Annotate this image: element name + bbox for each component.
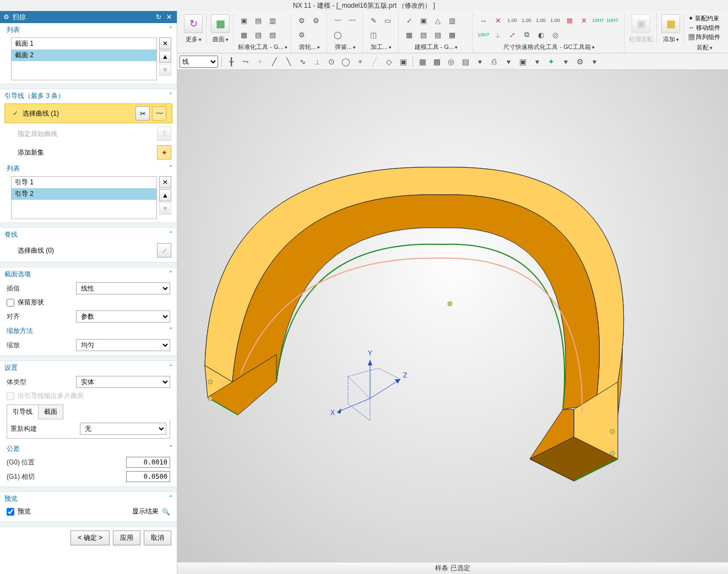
- dim-tool-icon[interactable]: ⤢: [506, 29, 518, 41]
- view-tool-icon[interactable]: ◎: [445, 56, 457, 68]
- dim-tool-icon[interactable]: 1.00: [549, 14, 561, 26]
- view-tool-icon[interactable]: ▦: [416, 56, 428, 68]
- tool-icon[interactable]: ▧: [252, 29, 264, 41]
- view-tool-icon[interactable]: ▾: [588, 56, 600, 68]
- dim-tool-icon[interactable]: 1.00: [520, 14, 533, 26]
- mach-tool-icon[interactable]: ◫: [367, 29, 379, 41]
- tool-icon[interactable]: ▨: [267, 29, 279, 41]
- dim-tool-icon[interactable]: 10H7: [592, 14, 604, 26]
- ok-button[interactable]: < 确定 >: [70, 531, 110, 545]
- tool-icon[interactable]: ▦: [238, 29, 250, 41]
- apply-button[interactable]: 应用: [113, 531, 140, 545]
- align-select[interactable]: 参数: [76, 310, 170, 322]
- mach-tool-icon[interactable]: ✎: [367, 14, 379, 26]
- keep-shape-checkbox[interactable]: [7, 299, 14, 307]
- section-options-header[interactable]: 截面选项 ˄: [0, 267, 177, 281]
- view-tool-icon[interactable]: ▩: [431, 56, 443, 68]
- spring-tool-icon[interactable]: 〰: [332, 14, 344, 26]
- body-type-select[interactable]: 实体: [76, 376, 170, 388]
- g1-input[interactable]: [126, 471, 170, 482]
- select-curve-row[interactable]: ✓ 选择曲线 (1) ✂ 〰: [4, 103, 172, 123]
- model-tool-icon[interactable]: ▦: [403, 29, 415, 41]
- curve-icon[interactable]: 〰: [152, 106, 166, 121]
- snap-icon[interactable]: ⤳: [240, 56, 252, 68]
- dim-tool-icon[interactable]: ⧉: [520, 29, 533, 41]
- dim-tool-icon[interactable]: ⊠: [563, 14, 575, 26]
- view-tool-icon[interactable]: ▾: [559, 56, 572, 68]
- preview-header[interactable]: 预览 ˄: [0, 492, 177, 505]
- tool-icon[interactable]: ▣: [238, 14, 250, 26]
- spring-tool-icon[interactable]: 〰: [346, 14, 358, 26]
- spine-icon[interactable]: ⟋: [157, 243, 171, 258]
- remove-button[interactable]: ✕: [159, 176, 171, 188]
- intersect-icon[interactable]: ✂: [135, 106, 150, 121]
- dim-tool-icon[interactable]: ✕: [492, 14, 504, 26]
- mach-tool-icon[interactable]: ▭: [382, 14, 394, 26]
- list-item[interactable]: 截面 1: [12, 38, 156, 50]
- reset-icon[interactable]: ↻: [154, 13, 163, 21]
- snap-icon[interactable]: ▣: [397, 56, 409, 68]
- dim-tool-icon[interactable]: ↔: [477, 14, 490, 26]
- spring-tool-icon[interactable]: ◯: [332, 29, 344, 41]
- list-item[interactable]: 截面 2: [12, 50, 156, 61]
- add-icon[interactable]: ✦: [157, 145, 171, 160]
- spine-select-row[interactable]: 选择曲线 (0) ⟋: [0, 241, 177, 262]
- list-item[interactable]: 引导 1: [12, 177, 156, 188]
- magnifier-icon[interactable]: 🔍: [162, 508, 170, 516]
- rebuild-select[interactable]: 无: [80, 423, 166, 435]
- snap-icon[interactable]: ╂: [225, 56, 237, 68]
- model-tool-icon[interactable]: ▩: [446, 29, 458, 41]
- dim-tool-icon[interactable]: ✕: [578, 14, 590, 26]
- gear-icon[interactable]: ⚙: [3, 13, 9, 21]
- more-icon[interactable]: ↻: [184, 14, 203, 33]
- model-tool-icon[interactable]: ✓: [403, 14, 415, 26]
- dim-tool-icon[interactable]: 1.00: [506, 14, 518, 26]
- tool-icon[interactable]: ▥: [267, 14, 279, 26]
- model-tool-icon[interactable]: △: [432, 14, 444, 26]
- close-icon[interactable]: ✕: [165, 13, 173, 21]
- view-tool-icon[interactable]: ▣: [517, 56, 529, 68]
- list-item[interactable]: 引导 2: [12, 188, 156, 200]
- settings-header[interactable]: 设置 ˄: [0, 361, 177, 374]
- dim-tool-icon[interactable]: 10H7: [477, 29, 490, 41]
- snap-icon[interactable]: ╱: [268, 56, 280, 68]
- tab-section[interactable]: 截面: [38, 404, 63, 419]
- view-tool-icon[interactable]: ⚙: [574, 56, 586, 68]
- assembly-constraint-link[interactable]: ✦ 装配约束: [688, 14, 720, 23]
- snap-icon[interactable]: ◯: [340, 56, 352, 68]
- tool-icon[interactable]: ▤: [252, 14, 264, 26]
- dim-tool-icon[interactable]: 1.00: [535, 14, 547, 26]
- guide-list[interactable]: 引导 1 引导 2: [11, 176, 157, 219]
- gear-tool-icon[interactable]: ⚙: [296, 29, 308, 41]
- cancel-button[interactable]: 取消: [144, 531, 171, 545]
- snap-icon[interactable]: ◇: [383, 56, 395, 68]
- guide-list-header[interactable]: 列表 ˄: [0, 162, 177, 175]
- view-tool-icon[interactable]: ▤: [459, 56, 471, 68]
- dim-tool-icon[interactable]: ◎: [549, 29, 561, 41]
- snap-icon[interactable]: ⟂: [311, 56, 323, 68]
- 3d-viewport[interactable]: X Y Z: [177, 70, 728, 562]
- surface-icon[interactable]: ▦: [211, 14, 230, 33]
- scale-select[interactable]: 均匀: [76, 339, 170, 351]
- selection-filter[interactable]: 线: [180, 56, 218, 68]
- tab-guide[interactable]: 引导线: [7, 404, 39, 419]
- interp-select[interactable]: 线性: [76, 282, 170, 294]
- section-list-header[interactable]: 列表 ˄: [0, 23, 177, 36]
- preview-checkbox[interactable]: [7, 508, 14, 516]
- g0-input[interactable]: [126, 457, 170, 468]
- section-list[interactable]: 截面 1 截面 2: [11, 37, 157, 80]
- assembly-add-icon[interactable]: ▦: [661, 14, 680, 33]
- remove-button[interactable]: ✕: [159, 37, 171, 50]
- model-tool-icon[interactable]: ▧: [417, 29, 430, 41]
- dim-tool-icon[interactable]: ⟂: [492, 29, 504, 41]
- scale-method-header[interactable]: 缩放方法 ˄: [0, 324, 177, 337]
- snap-icon[interactable]: ∿: [297, 56, 309, 68]
- dialog-header[interactable]: ⚙ 扫掠 ↻ ✕: [0, 11, 177, 23]
- dim-tool-icon[interactable]: 10H7: [606, 14, 618, 26]
- view-tool-icon[interactable]: ▾: [502, 56, 514, 68]
- tolerance-header[interactable]: 公差 ˄: [0, 442, 177, 455]
- move-component-link[interactable]: ↔ 移动组件: [688, 24, 720, 32]
- view-tool-icon[interactable]: ▾: [474, 56, 486, 68]
- model-tool-icon[interactable]: ▣: [417, 14, 430, 26]
- snap-icon[interactable]: ＋: [354, 56, 366, 68]
